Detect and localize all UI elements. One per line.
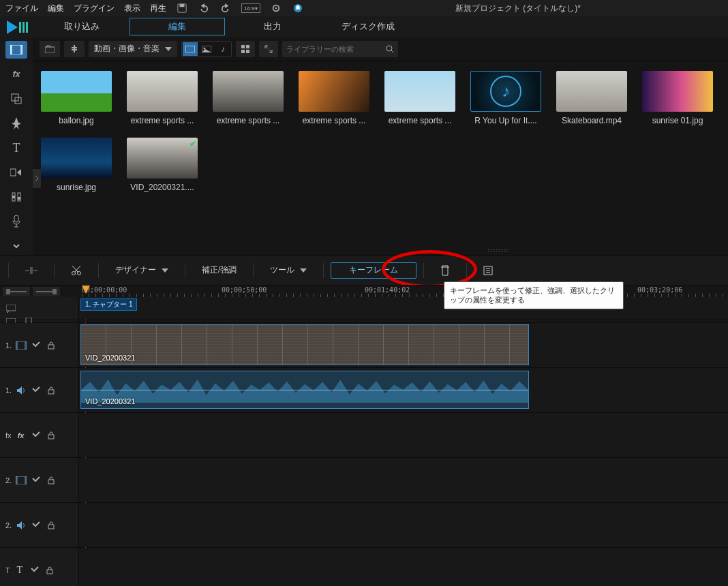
svg-rect-19 [14,215,18,222]
transition-room-icon[interactable] [5,164,27,181]
left-tool-rail: fx T [0,37,33,255]
track-visible-toggle[interactable] [31,520,42,531]
library-item[interactable]: ✔VID_20200321.... [125,138,199,192]
tab-import[interactable]: 取り込み [34,18,130,35]
zoom-in-icon[interactable] [33,287,60,296]
library-item-label: sunrise 01.jpg [641,116,714,125]
menu-view[interactable]: 表示 [124,3,140,14]
bell-icon[interactable] [292,2,304,14]
library-item[interactable]: ✔sunrise 01.jpg [641,71,714,125]
library-item-label: extreme sports ... [211,116,285,125]
track-body[interactable] [79,548,728,586]
filter-audio-icon[interactable]: ♪ [215,42,230,56]
track-visible-toggle[interactable] [31,385,42,396]
timeline-clip[interactable]: VID_20200321 [80,371,529,409]
import-media-button[interactable] [40,41,60,57]
tab-disc[interactable]: ディスク作成 [320,18,416,35]
aspect-icon[interactable]: 16:9▾ [241,3,260,13]
menu-edit[interactable]: 編集 [48,3,64,14]
track-head: fxfx [0,413,79,457]
undo-icon[interactable] [198,2,210,14]
gear-icon[interactable] [270,2,282,14]
library-item-label: Skateboard.mp4 [555,116,628,125]
track-visible-toggle[interactable] [29,565,40,576]
svg-rect-21 [185,46,195,52]
pip-room-icon[interactable] [5,90,27,108]
save-icon[interactable] [176,2,188,14]
track-type-icon: T [14,565,25,576]
library-item[interactable]: ✔sunrise.jpg [40,138,113,192]
track-index: 2. [5,521,12,529]
library-item[interactable]: ✔extreme sports ... [297,71,371,125]
timeline-clip[interactable]: VID_20200321 [80,324,529,365]
track-body[interactable] [79,503,728,547]
svg-point-3 [275,7,277,10]
library-item[interactable]: ✔extreme sports ... [383,71,457,125]
audio-room-icon[interactable] [5,188,27,206]
library-search[interactable] [282,41,398,57]
library-item-label: extreme sports ... [297,116,371,125]
chapter-marker[interactable]: 1. チャプター 1 [80,298,137,311]
tab-edit[interactable]: 編集 [130,18,225,35]
library-item[interactable]: ✔ballon.jpg [40,71,113,125]
cut-icon[interactable] [61,262,91,279]
library-item-label: extreme sports ... [383,116,457,125]
collapse-rail-icon[interactable] [5,237,27,255]
particle-room-icon[interactable] [5,114,27,132]
main-area: fx T 動画・画像・音楽 ♪ [0,37,728,255]
voice-room-icon[interactable] [5,213,27,230]
track-lock-toggle[interactable] [46,520,57,531]
plugin-button[interactable] [64,41,85,57]
keyframe-button[interactable]: キーフレーム [331,262,416,279]
menu-plugin[interactable]: プラグイン [74,3,115,14]
track-visible-toggle[interactable] [31,340,42,351]
track-lock-toggle[interactable] [46,385,57,396]
panel-grip-icon[interactable] [487,249,508,253]
tool-dropdown[interactable]: ツール [260,262,316,279]
tab-output[interactable]: 出力 [225,18,320,35]
grid-view-icon[interactable] [236,41,255,57]
zoom-out-icon[interactable] [3,287,30,296]
chapter-comment-icon[interactable] [5,303,16,314]
timeline-tracks: 1. チャプター 1 1.VID_202003211.VID_20200321f… [0,297,728,586]
track-body[interactable]: VID_20200321 [79,368,728,412]
track-body[interactable] [79,413,728,457]
library-item-label: sunrise.jpg [40,183,113,192]
media-filter-dropdown[interactable]: 動画・画像・音楽 [89,41,177,57]
svg-rect-40 [25,341,27,350]
track-body[interactable]: VID_20200321 [79,323,728,367]
track-lock-toggle[interactable] [46,340,57,351]
track-lock-toggle[interactable] [46,475,57,486]
track-lock-toggle[interactable] [44,565,55,576]
track-body[interactable] [79,458,728,502]
library-item[interactable]: ✔Skateboard.mp4 [555,71,628,125]
search-icon[interactable] [386,45,394,53]
track-index: 2. [5,476,12,484]
fx-room-icon[interactable]: fx [5,65,27,83]
media-room-icon[interactable] [5,41,27,59]
svg-rect-47 [48,480,54,484]
filter-image-icon[interactable] [199,42,214,56]
fix-enhance-button[interactable]: 補正/強調 [192,262,246,279]
track-index: 1. [5,341,12,350]
track-visible-toggle[interactable] [31,430,42,441]
library-search-input[interactable] [286,45,382,53]
expand-view-icon[interactable] [259,41,278,57]
trash-icon[interactable] [431,262,459,279]
title-room-icon[interactable]: T [5,139,27,157]
menu-file[interactable]: ファイル [5,3,38,14]
track-index: fx [5,431,12,440]
track-lock-toggle[interactable] [46,430,57,441]
redo-icon[interactable] [219,2,232,14]
track-visible-toggle[interactable] [31,475,42,486]
filter-all-icon[interactable] [183,42,198,56]
designer-dropdown[interactable]: デザイナー [106,262,178,279]
svg-rect-46 [25,476,27,484]
library-item[interactable]: ✔extreme sports ... [211,71,285,125]
menu-play[interactable]: 再生 [150,3,166,14]
track-row-title: TT [0,548,728,586]
library-item[interactable]: ♪✔R You Up for It.... [469,71,543,125]
more-icon[interactable] [474,262,502,279]
library-item[interactable]: ✔extreme sports ... [125,71,199,125]
align-icon[interactable] [16,262,47,279]
